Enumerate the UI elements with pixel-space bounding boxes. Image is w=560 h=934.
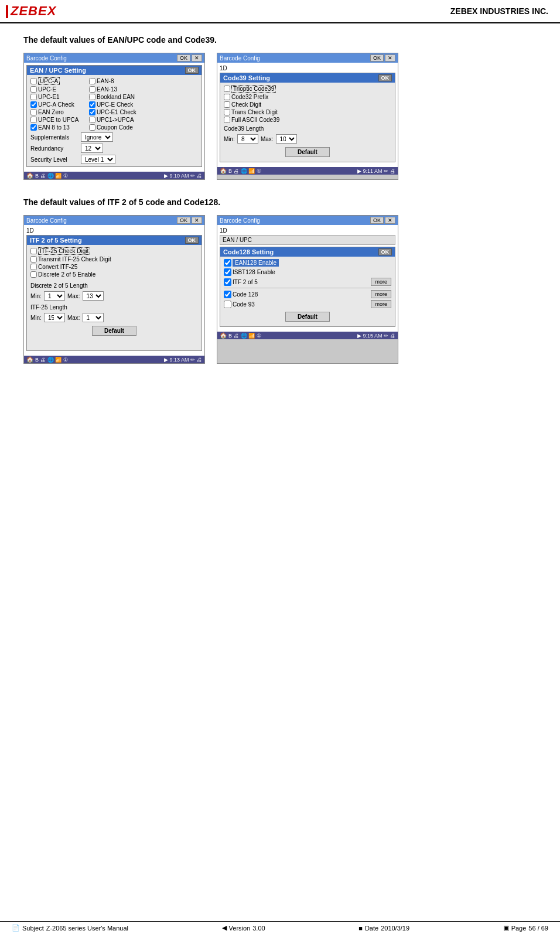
cb-ean8-13-label: EAN 8 to 13 — [38, 124, 70, 131]
itf25-close-btn[interactable]: ✕ — [192, 217, 202, 224]
code39-default-btn[interactable]: Default — [285, 147, 330, 157]
cb-upc1-upca-input[interactable] — [89, 117, 95, 123]
cb-coupon-code-input[interactable] — [89, 124, 95, 131]
code39-min-select[interactable]: 8 — [237, 134, 258, 144]
code128-ok-btn[interactable]: OK — [370, 217, 384, 224]
cb-ean8-input[interactable] — [89, 78, 95, 84]
code39-ok-btn[interactable]: OK — [370, 54, 384, 62]
code39-start-icon[interactable]: 🏠 — [220, 168, 227, 174]
cb-row-5: EAN Zero UPC-E1 Check — [30, 109, 198, 115]
code128-code128-item: Code 128 — [224, 291, 258, 298]
code128-isbt128-item: ISBT128 Enable — [224, 268, 275, 276]
cb-ean128-input[interactable] — [224, 259, 231, 267]
cb-trans-check-input[interactable] — [224, 109, 230, 115]
cb-upce1-check-label: UPC-E1 Check — [97, 109, 136, 115]
cb-convert-itf25-input[interactable] — [30, 264, 37, 270]
discrete-max-select[interactable]: 13 — [83, 291, 104, 301]
cb-row-7: EAN 8 to 13 Coupon Code — [30, 124, 198, 131]
code128-taskbar-edit: ✏ 🖨 — [384, 333, 395, 339]
cb-code128-input[interactable] — [224, 291, 231, 298]
ean-upc-panel-ok[interactable]: OK — [185, 67, 199, 74]
cb-code32-input[interactable] — [224, 94, 230, 100]
start-icon[interactable]: 🏠 — [26, 172, 33, 179]
cb-upce1-check-input[interactable] — [89, 109, 95, 115]
code39-taskbar-icons: 🖨 🌐 📶 ① — [234, 168, 261, 174]
cb-upce-upca-input[interactable] — [30, 117, 37, 123]
code39-title: Barcode Config — [220, 55, 260, 62]
cb-full-ascii: Full ASCII Code39 — [224, 117, 279, 123]
cb-convert-itf25-label: Convert ITF-25 — [38, 264, 77, 270]
code39-time: ▶ 9:11 AM — [357, 168, 383, 174]
code39-cb-row-4: Trans Check Digit — [224, 109, 391, 115]
cb-itf25-check-digit-input[interactable] — [30, 248, 37, 254]
cb-upce-upca-label: UPCE to UPCA — [38, 117, 78, 123]
cb-upca-check-input[interactable] — [30, 101, 37, 108]
cb-ean-zero-input[interactable] — [30, 109, 37, 115]
cb-ean8-label: EAN-8 — [97, 78, 114, 84]
itf25-ok-btn[interactable]: OK — [177, 217, 190, 224]
code128-start-icon[interactable]: 🏠 — [220, 332, 227, 339]
itf25-body: 1D ITF 2 of 5 Setting OK ITF-25 Check Di… — [24, 225, 204, 356]
redundancy-row: Redundancy 12 — [30, 144, 198, 153]
code39-close-btn[interactable]: ✕ — [385, 54, 395, 62]
cb-upce-upca: UPCE to UPCA — [30, 117, 83, 123]
cb-upc-e-input[interactable] — [30, 86, 37, 93]
cb-isbt128-input[interactable] — [224, 268, 231, 276]
discrete-min-select[interactable]: 1 — [44, 291, 65, 301]
redundancy-select[interactable]: 12 — [81, 144, 103, 153]
cb-trioptic-input[interactable] — [224, 86, 230, 92]
cb-upc-a-input[interactable] — [30, 78, 37, 84]
itf25-default-btn[interactable]: Default — [92, 326, 136, 336]
code128-taskbar: 🏠 B 🖨 🌐 📶 ① ▶ 9:15 AM ✏ 🖨 — [217, 332, 398, 339]
code128-more-btn[interactable]: more — [371, 290, 391, 298]
cb-check-digit-input[interactable] — [224, 101, 230, 108]
ean-upc-ok-btn[interactable]: OK — [177, 54, 190, 62]
itf25-cb-row-1: ITF-25 Check Digit — [30, 247, 198, 255]
code39-max-select[interactable]: 10 — [276, 134, 297, 144]
code39-panel-ok[interactable]: OK — [378, 74, 392, 81]
ean-upc-titlebar-btns: OK ✕ — [177, 54, 202, 62]
cb-ean13-label: EAN-13 — [97, 86, 117, 93]
itf-min-select[interactable]: 15 — [44, 313, 65, 322]
ean-upc-partial: EAN / UPC — [220, 235, 395, 245]
code128-panel-ok[interactable]: OK — [378, 248, 392, 255]
cb-upca-check: UPC-A Check — [30, 101, 83, 108]
cb-bookland-label: Bookland EAN — [97, 94, 135, 100]
cb-upc-e1-label: UPC-E1 — [38, 94, 60, 100]
itf-min-label: Min: — [30, 315, 42, 321]
cb-row-3: UPC-E1 Bookland EAN — [30, 94, 198, 100]
cb-row-2: UPC-E EAN-13 — [30, 86, 198, 93]
cb-upc-e1-input[interactable] — [30, 94, 37, 100]
cb-ean13-input[interactable] — [89, 86, 95, 93]
security-level-select[interactable]: Level 1 — [81, 155, 115, 164]
code128-close-btn[interactable]: ✕ — [385, 217, 395, 224]
code93-more-btn[interactable]: more — [371, 300, 391, 308]
cb-discrete2of5: Discrete 2 of 5 Enable — [30, 271, 148, 278]
itf25-1d-label: 1D — [26, 227, 202, 234]
footer-date-label: Date — [365, 925, 378, 932]
itf25-panel-ok[interactable]: OK — [185, 237, 199, 244]
footer-page-value: 56 / 69 — [528, 925, 548, 932]
code39-titlebar: Barcode Config OK ✕ — [217, 53, 398, 63]
code128-default-btn[interactable]: Default — [285, 312, 330, 322]
cb-itf25-row-input[interactable] — [224, 278, 231, 286]
cb-discrete2of5-input[interactable] — [30, 271, 37, 278]
code128-panel-body: EAN128 Enable ISBT128 Enable — [220, 257, 395, 326]
cb-full-ascii-input[interactable] — [224, 117, 230, 123]
cb-upce1-check: UPC-E1 Check — [89, 109, 142, 115]
itf25-start-icon[interactable]: 🏠 — [26, 356, 33, 363]
ean-upc-close-btn[interactable]: ✕ — [192, 54, 202, 62]
cb-upce-check-input[interactable] — [89, 101, 95, 108]
itf25-more-btn[interactable]: more — [371, 278, 391, 286]
ean-upc-panel-title: EAN / UPC Setting — [30, 67, 86, 74]
itf25-panel-body: ITF-25 Check Digit Transmit ITF-25 Check… — [27, 245, 202, 350]
cb-ean8-13-input[interactable] — [30, 124, 37, 131]
cb-bookland-input[interactable] — [89, 94, 95, 100]
section2-screenshots: Barcode Config OK ✕ 1D ITF 2 of 5 Settin… — [23, 215, 537, 364]
itf-max-label: Max: — [67, 315, 80, 321]
cb-transmit-itf25-input[interactable] — [30, 256, 37, 263]
supplementals-select[interactable]: Ignore — [81, 132, 113, 142]
cb-code93-input[interactable] — [224, 301, 231, 308]
itf-max-select[interactable]: 1 — [83, 313, 104, 322]
cb-check-digit-label: Check Digit — [231, 101, 261, 108]
